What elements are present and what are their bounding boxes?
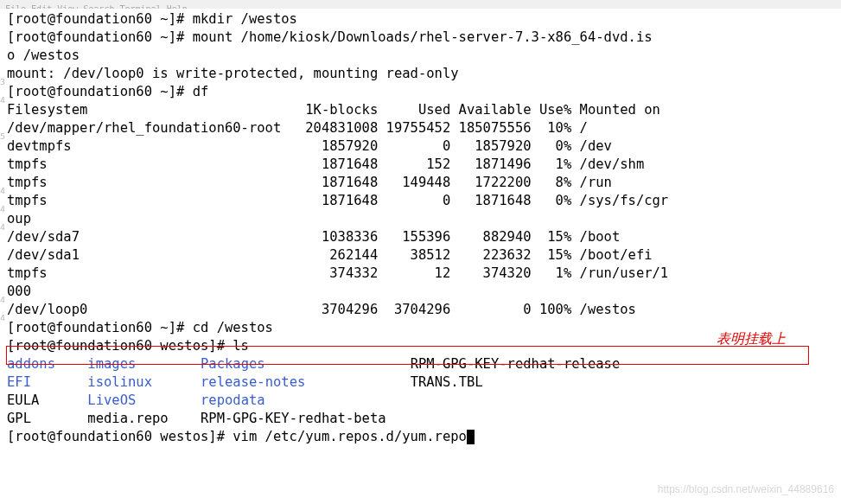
cmd-mount-wrap: o /westos bbox=[7, 47, 838, 65]
df-row: /dev/sda1 262144 38512 223632 15% /boot/… bbox=[7, 246, 838, 265]
df-row: /dev/sda7 1038336 155396 882940 15% /boo… bbox=[7, 228, 838, 246]
annotation-mount-success: 表明挂载上 bbox=[717, 329, 786, 348]
ls-entry-file: media.repo bbox=[87, 411, 184, 426]
cmd-df: [root@foundation60 ~]# df bbox=[7, 83, 838, 101]
ls-entry-dir: repodata bbox=[201, 392, 265, 408]
ls-row: EFI isolinux release-notes TRANS.TBL bbox=[7, 373, 838, 392]
df-row: tmpfs 374332 12 374320 1% /run/user/1 bbox=[7, 265, 838, 283]
df-row: /dev/loop0 3704296 3704296 0 100% /westo… bbox=[7, 301, 838, 319]
df-row: tmpfs 1871648 152 1871496 1% /dev/shm bbox=[7, 156, 838, 174]
df-row-wrap: oup bbox=[7, 210, 838, 228]
ls-entry-dir: LiveOS bbox=[87, 392, 136, 408]
ls-row: EULA LiveOS repodata bbox=[7, 392, 838, 410]
ls-row: GPL media.repo RPM-GPG-KEY-redhat-beta bbox=[7, 410, 838, 428]
df-row: tmpfs 1871648 149448 1722200 8% /run bbox=[7, 174, 838, 192]
cmd-mkdir: [root@foundation60 ~]# mkdir /westos bbox=[7, 10, 838, 29]
terminal-output[interactable]: [root@foundation60 ~]# mkdir /westos[roo… bbox=[0, 9, 841, 446]
ls-entry-dir: isolinux bbox=[87, 374, 152, 390]
watermark: https://blog.csdn.net/weixin_44889616 bbox=[658, 481, 834, 499]
cursor bbox=[467, 430, 475, 444]
df-row: devtmpfs 1857920 0 1857920 0% /dev bbox=[7, 137, 838, 156]
df-row: tmpfs 1871648 0 1871648 0% /sys/fs/cgr bbox=[7, 192, 838, 210]
df-row: /dev/mapper/rhel_foundation60-root 20483… bbox=[7, 119, 838, 137]
cmd-vim: [root@foundation60 westos]# vim /etc/yum… bbox=[7, 428, 838, 446]
ls-entry-file: GPL bbox=[7, 411, 72, 426]
cmd-mount: [root@foundation60 ~]# mount /home/kiosk… bbox=[7, 29, 838, 47]
highlight-box-loop0 bbox=[6, 346, 809, 365]
df-header: Filesystem 1K-blocks Used Available Use%… bbox=[7, 101, 838, 119]
ls-entry-dir: release-notes bbox=[201, 374, 305, 390]
menubar[interactable]: File Edit View Search Terminal Help bbox=[0, 0, 841, 9]
ls-entry-dir: EFI bbox=[7, 374, 31, 390]
ls-entry-file: TRANS.TBL bbox=[411, 374, 483, 390]
cmd-cd: [root@foundation60 ~]# cd /westos bbox=[7, 319, 838, 337]
ls-entry-file: EULA bbox=[7, 392, 72, 408]
ls-entry-file: RPM-GPG-KEY-redhat-beta bbox=[201, 411, 394, 426]
df-row-wrap: 000 bbox=[7, 283, 838, 301]
mount-msg: mount: /dev/loop0 is write-protected, mo… bbox=[7, 65, 838, 83]
